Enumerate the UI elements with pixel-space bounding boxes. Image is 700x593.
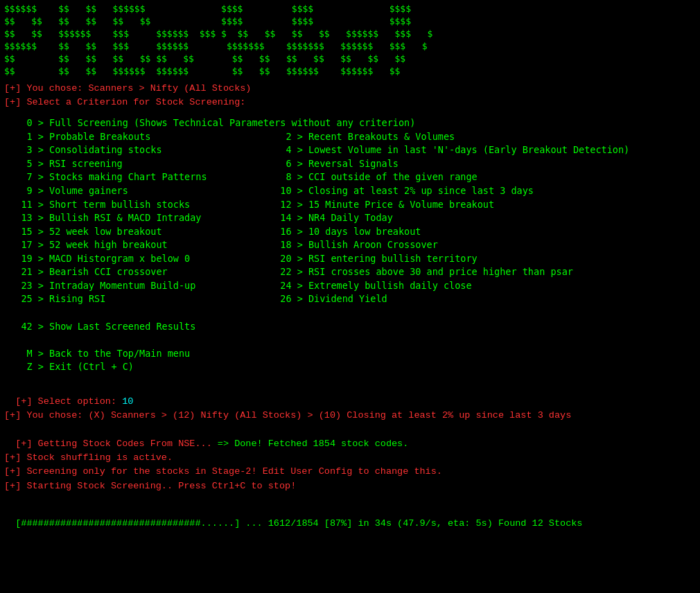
shuffling-line: [+] Stock shuffling is active. [4, 451, 696, 465]
menu-items: 0 > Full Screening (Shows Technical Para… [4, 116, 696, 374]
select-option-line: [+] Select option: 10 [4, 381, 696, 409]
menu-header2: [+] Select a Criterion for Stock Screeni… [4, 96, 696, 109]
progress-line: [################################......]… [4, 503, 696, 531]
ascii-art-line1: $$$$$$ $$ $$ $$$$$$ $$$$ $$$$ $$$$ $$ $$… [4, 3, 696, 78]
menu-header1: [+] You chose: Scanners > Nifty (All Sto… [4, 82, 696, 96]
chose-line: [+] You chose: (X) Scanners > (12) Nifty… [4, 409, 696, 423]
screening-line: [+] Screening only for the stocks in Sta… [4, 465, 696, 479]
getting-codes-line: [+] Getting Stock Codes From NSE... => D… [4, 423, 696, 452]
starting-line: [+] Starting Stock Screening.. Press Ctr… [4, 479, 696, 493]
